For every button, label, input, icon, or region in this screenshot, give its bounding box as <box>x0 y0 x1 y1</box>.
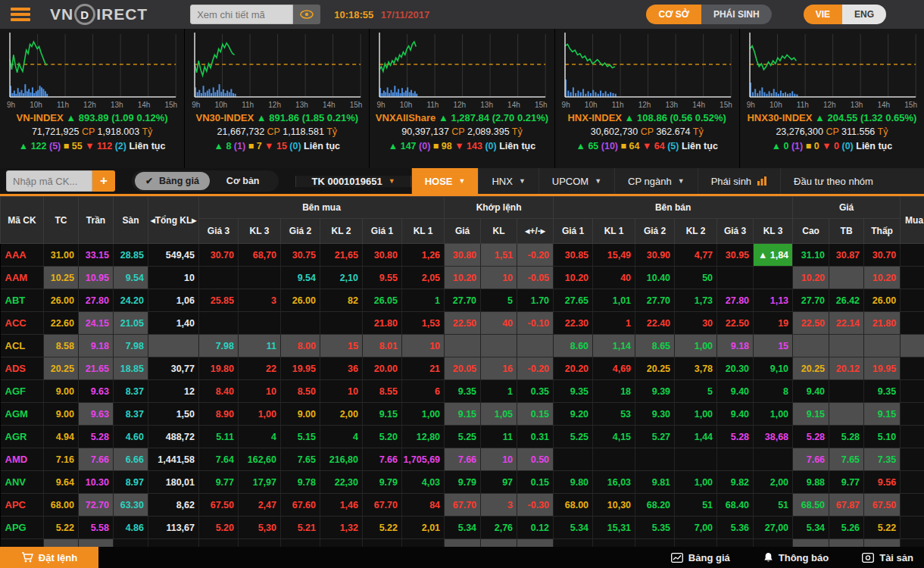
price-cell[interactable]: 2,01 <box>402 517 445 539</box>
price-cell[interactable]: 31.00 <box>44 244 79 267</box>
price-cell[interactable] <box>281 312 320 335</box>
price-cell[interactable]: 4 <box>320 426 363 448</box>
price-cell[interactable]: 30.95 <box>717 244 754 267</box>
price-cell[interactable]: 8.60 <box>554 335 593 357</box>
price-cell[interactable]: 7.66 <box>445 448 481 471</box>
price-cell[interactable]: 1,05 <box>481 403 517 426</box>
price-cell[interactable]: 9.39 <box>635 380 675 403</box>
price-cell[interactable]: 5.28 <box>79 426 114 448</box>
add-symbol-input[interactable] <box>6 170 92 192</box>
price-cell[interactable] <box>901 403 924 426</box>
price-cell[interactable]: 5.22 <box>864 517 901 539</box>
price-cell[interactable]: 2,00 <box>320 403 363 426</box>
symbol-search-input[interactable] <box>190 5 293 24</box>
price-cell[interactable]: 1,441,58 <box>148 448 199 471</box>
price-cell[interactable]: 9.35 <box>554 380 593 403</box>
price-cell[interactable]: 15 <box>320 335 363 357</box>
price-cell[interactable]: 9.15 <box>864 403 901 426</box>
price-cell[interactable]: -0.10 <box>517 312 554 335</box>
price-cell[interactable] <box>829 380 864 403</box>
price-cell[interactable]: 40 <box>593 267 635 289</box>
price-cell[interactable]: 9.40 <box>717 380 754 403</box>
price-cell[interactable]: 68,70 <box>239 244 281 267</box>
price-cell[interactable]: 7.65 <box>829 448 864 471</box>
price-cell[interactable]: 1,53 <box>402 312 445 335</box>
price-cell[interactable]: 1,13 <box>754 289 793 312</box>
lang-vie-button[interactable]: VIE <box>804 5 842 24</box>
price-cell[interactable]: 16 <box>481 357 517 380</box>
view-co-ban-button[interactable]: Cơ bản <box>210 176 276 186</box>
price-cell[interactable]: 10 <box>320 380 363 403</box>
price-cell[interactable]: 68.40 <box>717 494 754 517</box>
price-cell[interactable]: 27,00 <box>754 517 793 539</box>
price-cell[interactable]: 5.58 <box>79 517 114 539</box>
price-cell[interactable]: 9.88 <box>793 471 829 494</box>
price-cell[interactable]: 1,14 <box>593 335 635 357</box>
price-cell[interactable]: 5.20 <box>363 426 402 448</box>
price-cell[interactable]: 0.15 <box>517 471 554 494</box>
price-cell[interactable]: 20.20 <box>554 357 593 380</box>
price-cell[interactable]: 10 <box>239 380 281 403</box>
price-cell[interactable]: 162,60 <box>239 448 281 471</box>
price-cell[interactable]: 21.65 <box>79 357 114 380</box>
price-cell[interactable]: 30.70 <box>864 244 901 267</box>
price-cell[interactable]: 4 <box>239 426 281 448</box>
price-cell[interactable] <box>239 267 281 289</box>
price-cell[interactable] <box>717 267 754 289</box>
price-cell[interactable]: 1,00 <box>675 471 717 494</box>
price-cell[interactable]: 4.94 <box>44 426 79 448</box>
price-cell[interactable]: 21,65 <box>320 244 363 267</box>
price-cell[interactable]: 1,00 <box>675 403 717 426</box>
price-cell[interactable]: 18 <box>593 380 635 403</box>
price-cell[interactable]: 22.50 <box>445 312 481 335</box>
price-cell[interactable]: 38,68 <box>754 426 793 448</box>
price-cell[interactable]: 5.10 <box>864 426 901 448</box>
price-cell[interactable]: 9.81 <box>635 471 675 494</box>
price-cell[interactable]: 22.50 <box>793 312 829 335</box>
price-cell[interactable]: 67.50 <box>199 494 239 517</box>
price-cell[interactable]: 7.66 <box>363 448 402 471</box>
price-cell[interactable]: 10.20 <box>864 267 901 289</box>
account-dropdown[interactable]: TK 0001019651▼ <box>295 176 410 187</box>
price-cell[interactable]: 5.20 <box>199 517 239 539</box>
price-cell[interactable]: 9.55 <box>363 267 402 289</box>
price-cell[interactable]: 1,01 <box>593 289 635 312</box>
price-cell[interactable]: 30.85 <box>554 244 593 267</box>
tab-hnx[interactable]: HNX▼ <box>478 168 538 194</box>
price-cell[interactable]: 50 <box>675 267 717 289</box>
price-cell[interactable]: 84 <box>402 494 445 517</box>
price-cell[interactable] <box>901 426 924 448</box>
price-cell[interactable]: 9.77 <box>829 471 864 494</box>
price-cell[interactable] <box>901 312 924 335</box>
price-cell[interactable]: 12,80 <box>402 426 445 448</box>
ticker-cell[interactable]: APG <box>1 517 44 539</box>
price-cell[interactable] <box>239 312 281 335</box>
price-cell[interactable]: 7.16 <box>44 448 79 471</box>
price-cell[interactable]: 1,00 <box>402 403 445 426</box>
price-cell[interactable]: 5.35 <box>635 517 675 539</box>
tab-phái-sinh[interactable]: Phái sinh <box>698 168 780 194</box>
price-cell[interactable]: 5.34 <box>793 517 829 539</box>
add-symbol-button[interactable]: + <box>92 170 115 192</box>
price-cell[interactable]: 19.95 <box>864 357 901 380</box>
price-cell[interactable]: 5.28 <box>793 426 829 448</box>
price-cell[interactable] <box>445 335 481 357</box>
price-cell[interactable]: 5.28 <box>717 426 754 448</box>
price-cell[interactable]: 6.66 <box>114 448 148 471</box>
price-cell[interactable]: 25.85 <box>199 289 239 312</box>
price-cell[interactable]: 26.00 <box>864 289 901 312</box>
price-cell[interactable]: 10 <box>148 267 199 289</box>
price-cell[interactable]: 5.34 <box>554 517 593 539</box>
price-cell[interactable]: 15 <box>754 335 793 357</box>
price-cell[interactable]: 9.35 <box>864 380 901 403</box>
price-cell[interactable]: 5.34 <box>445 517 481 539</box>
price-cell[interactable]: 20.25 <box>44 357 79 380</box>
price-cell[interactable]: 9.79 <box>445 471 481 494</box>
tab-hose[interactable]: HOSE▼ <box>411 168 479 194</box>
price-cell[interactable] <box>901 448 924 471</box>
price-cell[interactable]: 67.70 <box>363 494 402 517</box>
price-cell[interactable]: 4.60 <box>114 426 148 448</box>
price-cell[interactable] <box>754 448 793 471</box>
price-cell[interactable]: 216,80 <box>320 448 363 471</box>
price-cell[interactable]: 8.40 <box>199 380 239 403</box>
